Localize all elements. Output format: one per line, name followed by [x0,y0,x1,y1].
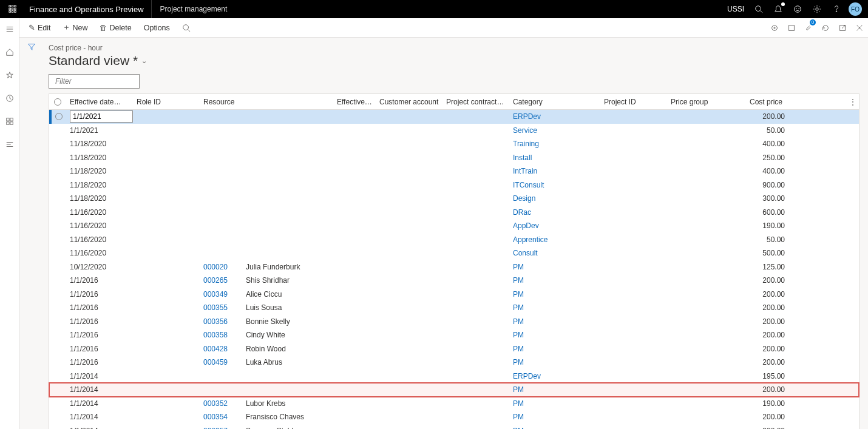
delete-button[interactable]: 🗑Delete [94,18,138,37]
close-icon[interactable] [851,18,868,38]
svg-rect-30 [789,25,795,30]
refresh-icon[interactable] [817,18,834,38]
plus-icon: ＋ [63,24,70,32]
legal-entity[interactable]: USSI [722,5,749,13]
pencil-icon: ✎ [28,24,35,32]
app-title: Finance and Operations Preview [22,5,151,14]
attachments-count-icon[interactable]: 0 [800,18,817,38]
svg-rect-3 [9,8,11,10]
edit-button[interactable]: ✎Edit [22,18,57,37]
global-header: Finance and Operations Preview Project m… [0,0,868,18]
new-button[interactable]: ＋New [57,18,94,37]
svg-point-9 [756,6,761,12]
svg-line-28 [188,29,190,32]
attachment-count: 0 [810,19,816,25]
svg-point-15 [836,11,836,12]
svg-rect-2 [15,5,16,7]
notifications-icon[interactable] [768,0,788,18]
trash-icon: 🗑 [100,24,107,32]
left-nav-rail [0,18,19,38]
svg-rect-4 [12,8,13,10]
app-launcher-icon[interactable] [4,0,22,18]
action-search-icon[interactable] [176,18,197,37]
new-label: New [73,24,88,32]
svg-point-11 [795,6,801,13]
office-icon[interactable] [783,18,800,38]
module-name[interactable]: Project management [151,0,236,18]
feedback-icon[interactable] [788,0,807,18]
svg-rect-6 [9,11,11,13]
attach-icon[interactable] [766,18,783,38]
edit-label: Edit [38,24,51,32]
svg-rect-1 [12,5,13,7]
svg-rect-5 [15,8,16,10]
popout-icon[interactable] [834,18,851,38]
svg-point-13 [799,8,799,8]
svg-point-14 [816,8,818,10]
options-button[interactable]: Options [138,18,176,37]
svg-rect-8 [15,11,16,13]
search-icon[interactable] [749,0,768,18]
svg-rect-0 [9,5,11,7]
settings-icon[interactable] [807,0,827,18]
svg-line-10 [761,11,763,13]
svg-point-27 [183,24,189,30]
help-icon[interactable] [827,0,846,18]
user-avatar[interactable]: FO [849,2,862,16]
nav-hamburger-icon[interactable] [0,22,19,36]
svg-point-12 [796,8,796,8]
options-label: Options [144,24,170,32]
action-pane: ✎Edit ＋New 🗑Delete Options 0 [0,18,868,38]
svg-rect-7 [12,11,13,13]
delete-label: Delete [110,24,132,32]
